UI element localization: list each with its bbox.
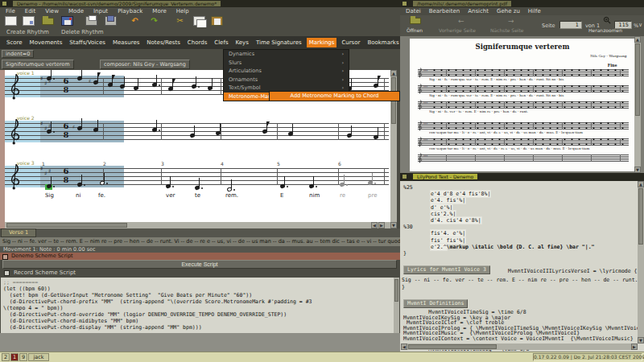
print-icon[interactable] xyxy=(85,16,97,26)
denemo-menu-input[interactable]: Input xyxy=(93,8,108,14)
cmd-keys[interactable]: Keys xyxy=(233,38,251,47)
delete-rhythm-button[interactable]: Delete Rhythm xyxy=(61,29,104,35)
denemo-menu-more[interactable]: More xyxy=(152,8,166,14)
denemo-titlebar[interactable]: Denemo - /home/nils/wacost-svn/denemo/20… xyxy=(0,0,400,7)
lilypond-hscroll-right-icon[interactable]: ▶ xyxy=(631,343,638,350)
taskbar-box-9[interactable]: 9 xyxy=(19,353,27,361)
lilypond-vscroll-up-icon[interactable]: ▲ xyxy=(638,181,644,187)
verse-lyrics-line[interactable]: Sig -- ni -- fe. ver -- te -- rem. E -- … xyxy=(0,237,400,246)
cmd-cursor[interactable]: Cursor xyxy=(339,38,362,47)
lilypond-hscroll-left-icon[interactable]: ◀ xyxy=(401,343,407,350)
open-button[interactable]: Öffnen xyxy=(407,27,423,33)
scheme-script-editor[interactable]: ;; ========(let ((bpm 60)) (set! bpm (d-… xyxy=(1,278,394,333)
score-vscroll-up-icon[interactable]: ▲ xyxy=(390,70,397,76)
pdf-vscroll-down-icon[interactable]: ▼ xyxy=(634,167,641,173)
denemo-menu-edit[interactable]: Edit xyxy=(25,8,36,14)
pdf-menu-hilfe[interactable]: Hilfe xyxy=(528,8,541,14)
composer-button[interactable]: composer: Nils Gey - Wargsang xyxy=(100,60,190,69)
scheme-code-line: (d-DirectivePut-chord-display "MM" (stri… xyxy=(3,324,394,331)
lilypond-code-line: e'2.^\markup \italic \bold {D. C. al fin… xyxy=(431,244,595,250)
pdf-vscroll-thumb[interactable] xyxy=(635,43,640,116)
pdf-menu-bearbeiten[interactable]: Bearbeiten xyxy=(429,8,460,14)
zoom-in-icon[interactable] xyxy=(603,16,611,24)
undo-icon[interactable]: ↶ xyxy=(129,16,141,26)
note-stem xyxy=(344,175,345,183)
pdf-menu-ansicht[interactable]: Ansicht xyxy=(468,8,489,14)
load-and-clock: 0.17 0.22 0.09 | Do 2. Jul 21:28:03 CEST… xyxy=(533,353,642,361)
toolbar-overflow-chevron-icon[interactable]: ∨ xyxy=(638,22,642,28)
cmd-staffs-voices[interactable]: Staffs/Voices xyxy=(67,38,108,47)
cmd-chords[interactable]: Chords xyxy=(185,38,209,47)
verse-tab[interactable]: Verse 1 xyxy=(1,228,36,237)
cut-icon[interactable]: ✂ xyxy=(174,16,186,26)
pdf-lyric-line: con-sequn-tur me - li - o - re - ant, vi… xyxy=(429,146,644,150)
page-number-input[interactable]: 1 xyxy=(559,21,582,29)
markings-menu-dynamics[interactable]: Dynamics› xyxy=(224,50,349,59)
note-flag xyxy=(173,79,175,84)
lilypond-vscroll-down-icon[interactable]: ▼ xyxy=(638,337,644,343)
redo-icon[interactable]: ↷ xyxy=(148,16,160,26)
score-title-button[interactable]: Signiferumque verterem xyxy=(2,60,74,69)
mvmnt-definitions-header[interactable]: MvmntI Definitions xyxy=(403,299,468,308)
accidental-sharp: ♯ xyxy=(72,125,75,130)
new-file-icon[interactable] xyxy=(5,16,17,26)
lilypond-hscroll-thumb[interactable] xyxy=(408,344,497,349)
scheme-script-titlebar[interactable]: Denemo Scheme Script xyxy=(0,253,400,260)
taskbar-box-jack[interactable]: jack xyxy=(28,353,49,361)
taskbar-box-1[interactable]: 1 xyxy=(10,353,19,361)
note-flag xyxy=(113,75,115,80)
note-stem xyxy=(124,76,125,85)
denemo-menu-file[interactable]: File xyxy=(6,8,15,14)
lilypond-titlebar[interactable]: LilyPond Text - Denemo xyxy=(400,173,644,181)
cmd-score[interactable]: Score xyxy=(4,38,25,47)
create-rhythm-button[interactable]: Create Rhythm xyxy=(6,29,49,35)
cmd-time-signatures[interactable]: Time Signatures xyxy=(254,38,304,47)
script-vscroll-thumb[interactable] xyxy=(394,279,398,302)
score-hscroll-right-icon[interactable]: ▶ xyxy=(378,222,385,228)
execute-script-button[interactable]: Execute Script xyxy=(2,260,397,269)
cmd-movements[interactable]: Movements xyxy=(27,38,65,47)
pdf-menu-datei[interactable]: Datei xyxy=(406,8,421,14)
lyric-syllable: ver xyxy=(166,192,175,199)
denemo-menu-playback[interactable]: Playback xyxy=(118,8,142,14)
pdf-menu-gehe-zu[interactable]: Gehe zu xyxy=(497,8,520,14)
paste-icon[interactable] xyxy=(211,16,223,26)
pdf-viewport[interactable]: Signiferumque verterem Nils Gey - Wargsa… xyxy=(400,36,644,173)
scheme-code-line: \(tempo 4 = " bpm)) xyxy=(3,305,394,311)
note-stem xyxy=(231,179,232,188)
denemo-menu-mode[interactable]: Mode xyxy=(68,8,84,14)
zoom-input[interactable]: 115 xyxy=(614,21,632,29)
taskbar-box-2[interactable]: 2 xyxy=(2,353,10,361)
score-hscroll-left-icon[interactable]: ◀ xyxy=(371,222,378,228)
new-window-icon[interactable] xyxy=(23,16,35,26)
lilypond-vscroll-thumb[interactable] xyxy=(638,188,643,245)
record-scheme-checkbox[interactable] xyxy=(4,270,10,276)
save-icon[interactable] xyxy=(61,16,73,26)
next-page-button[interactable]: Nächste Seite xyxy=(490,27,524,33)
print-part-icon[interactable] xyxy=(105,16,117,26)
record-scheme-label: Record Scheme Script xyxy=(14,269,76,277)
note-stem xyxy=(372,173,373,182)
cmd-bookmarks[interactable]: Bookmarks xyxy=(365,38,401,47)
denemo-menu-help[interactable]: Help xyxy=(176,8,189,14)
open-folder-icon[interactable] xyxy=(42,18,54,25)
copy-icon[interactable] xyxy=(193,16,205,26)
add-metronome-marking-item[interactable]: Add Metronome Marking to Chord xyxy=(269,91,400,101)
cmd-clefs[interactable]: Clefs xyxy=(212,38,230,47)
cmd-notes-rests[interactable]: Notes/Rests xyxy=(144,38,182,47)
denemo-menu-view[interactable]: View xyxy=(45,8,59,14)
score-vscroll-down-icon[interactable]: ▼ xyxy=(390,222,397,228)
cmd-markings[interactable]: Markings xyxy=(307,38,337,47)
score-hscroll-thumb[interactable] xyxy=(6,223,127,228)
prev-page-button[interactable]: Vorherige Seite xyxy=(439,27,476,33)
cmd-measures[interactable]: Measures xyxy=(110,38,142,47)
lyrics-voice3-header[interactable]: Lyrics for MvmntI Voice 3 xyxy=(403,265,490,274)
indent-button[interactable]: indent=0 xyxy=(2,50,34,58)
markings-menu-articulations[interactable]: Articulations› xyxy=(224,67,349,76)
markings-menu-ornaments[interactable]: Ornaments› xyxy=(224,76,349,84)
pdf-vscroll-up-icon[interactable]: ▲ xyxy=(634,36,641,43)
open-folder-icon[interactable] xyxy=(410,18,421,24)
pdf-titlebar[interactable]: /home/nils/.denemo/denemoprint.pdf xyxy=(400,0,644,7)
lilypond-editor[interactable]: %25e'4 d'8 e'4 fis'8%|e'4. fis'%|d' e'%|… xyxy=(400,181,644,352)
markings-menu-slurs[interactable]: Slurs› xyxy=(224,59,349,68)
